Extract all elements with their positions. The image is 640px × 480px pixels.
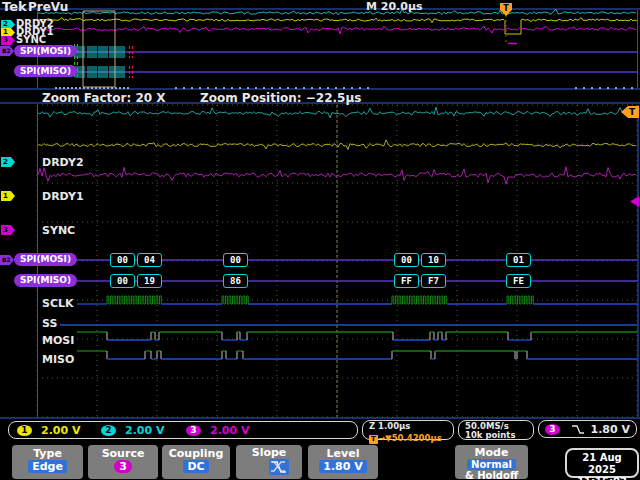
- acquisition-readout-box: 50.0MS/s 10k points: [458, 420, 534, 440]
- oscilloscope-screen: TT Tek PreVu M 20.0μs 2 DRDY2 1 DRDY1 3 …: [0, 0, 640, 480]
- source-label: Source: [88, 447, 158, 460]
- time-readout: 11:15:02: [567, 476, 637, 480]
- digital-label-miso: MISO: [42, 353, 74, 366]
- slope-label: Slope: [236, 446, 302, 459]
- spi-mosi-byte-value: 01: [506, 253, 531, 267]
- ch2-badge: 2: [101, 425, 116, 436]
- svg-text:T: T: [629, 107, 636, 117]
- spi-mosi-byte-value: 00: [223, 253, 248, 267]
- overview-bus-mosi-label: SPI(MOSI): [14, 45, 77, 57]
- menu-source-button[interactable]: Source 3: [88, 445, 158, 479]
- zoom-factor-readout: Zoom Factor: 20 X: [42, 91, 166, 105]
- record-length-readout: 10k points: [465, 431, 533, 440]
- menu-level-button[interactable]: Level 1.80 V: [308, 445, 378, 479]
- type-value: Edge: [28, 460, 67, 473]
- menu-coupling-button[interactable]: Coupling DC: [162, 445, 230, 479]
- ch1-badge: 1: [17, 425, 32, 436]
- trigger-source-badge: 3: [545, 424, 560, 435]
- waveform-display: TT: [0, 0, 640, 480]
- mode-label: Mode: [455, 446, 528, 459]
- ch2-scale-readout: 2.00 V: [125, 424, 164, 437]
- datetime-box: 21 Aug 2025 11:15:02: [565, 448, 639, 478]
- spi-miso-byte-value: FE: [506, 274, 531, 288]
- either-slope-icon: [269, 459, 287, 474]
- tek-logo: Tek: [2, 0, 27, 14]
- overview-bus-miso-label: SPI(MISO): [14, 65, 77, 77]
- acquisition-status: PreVu: [28, 0, 68, 14]
- type-label: Type: [12, 447, 83, 460]
- spi-miso-byte-value: F7: [421, 274, 446, 288]
- main-bus-miso-label: SPI(MISO): [14, 274, 77, 287]
- menu-slope-button[interactable]: Slope: [236, 445, 302, 479]
- falling-slope-icon: [571, 424, 585, 435]
- date-readout: 21 Aug 2025: [567, 452, 637, 476]
- digital-label-sclk: SCLK: [42, 297, 74, 310]
- spi-mosi-byte-value: 04: [137, 253, 162, 267]
- overview-label-sync: SYNC: [16, 34, 46, 45]
- mode-value: Normal: [467, 459, 516, 470]
- trigger-arrow-icon: →▼: [378, 433, 392, 443]
- menu-mode-button[interactable]: Mode Normal & Holdoff: [455, 445, 528, 479]
- main-label-drdy2: DRDY2: [42, 156, 84, 169]
- ch3-scale-readout: 2.00 V: [210, 424, 249, 437]
- coupling-label: Coupling: [162, 447, 230, 460]
- main-bus-mosi-label: SPI(MOSI): [14, 253, 77, 266]
- spi-mosi-byte-value: 10: [421, 253, 446, 267]
- trigger-level-readout: 1.80 V: [591, 423, 630, 436]
- ch3-badge: 3: [186, 425, 201, 436]
- trigger-readout-box: 3 1.80 V: [538, 420, 637, 438]
- spi-miso-byte-value: FF: [394, 274, 419, 288]
- main-label-sync: SYNC: [42, 224, 75, 237]
- level-value: 1.80 V: [319, 460, 366, 473]
- mode-value2: & Holdoff: [455, 470, 528, 480]
- digital-label-ss: SS: [42, 317, 57, 330]
- svg-text:T: T: [503, 4, 509, 13]
- main-label-drdy1: DRDY1: [42, 190, 84, 203]
- spi-miso-byte-value: 19: [137, 274, 162, 288]
- channel-readout-bar: 1 2.00 V 2 2.00 V 3 2.00 V: [8, 421, 358, 439]
- level-label: Level: [308, 447, 378, 460]
- spi-miso-byte-value: 00: [110, 274, 135, 288]
- digital-label-mosi: MOSI: [42, 334, 74, 347]
- trigger-position-readout: 50.4200μs: [392, 433, 442, 443]
- coupling-value: DC: [183, 460, 208, 473]
- spi-mosi-byte-value: 00: [394, 253, 419, 267]
- trigger-flag-icon: T: [369, 435, 378, 444]
- zoom-readout-box: Z 1.00μs T→▼50.4200μs: [362, 420, 454, 440]
- zoom-scale-readout: Z 1.00μs: [369, 422, 453, 431]
- spi-mosi-byte-value: 00: [110, 253, 135, 267]
- zoom-position-readout: Zoom Position: −22.5μs: [200, 91, 361, 105]
- spi-miso-byte-value: 86: [223, 274, 248, 288]
- menu-type-button[interactable]: Type Edge: [12, 445, 83, 479]
- source-value: 3: [114, 460, 132, 473]
- ch1-scale-readout: 2.00 V: [41, 424, 80, 437]
- timebase-readout: M 20.0μs: [366, 0, 423, 13]
